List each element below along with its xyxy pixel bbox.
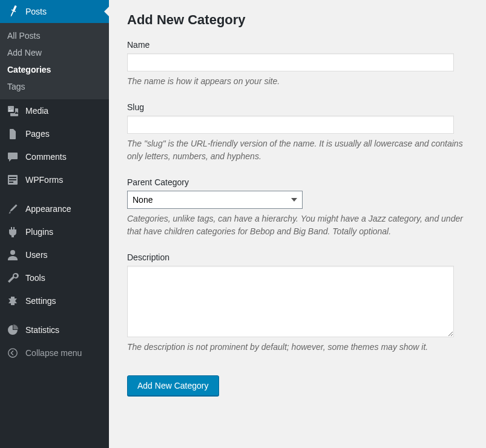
sidebar-item-label: Media <box>25 106 48 116</box>
settings-icon <box>6 294 19 308</box>
main-content: Add New Category Name The name is how it… <box>109 0 486 448</box>
description-textarea[interactable] <box>127 266 454 337</box>
appearance-icon <box>6 202 19 216</box>
sidebar-item-label: Tools <box>25 273 45 283</box>
sidebar-item-users[interactable]: Users <box>0 243 109 266</box>
sidebar-item-appearance[interactable]: Appearance <box>0 197 109 220</box>
field-description: Description The description is not promi… <box>127 252 468 354</box>
sidebar-item-label: Posts <box>25 7 47 16</box>
users-icon <box>6 248 19 262</box>
pages-icon <box>6 127 19 140</box>
tools-icon <box>6 271 19 285</box>
sidebar-item-label: Settings <box>25 296 56 306</box>
wpforms-icon <box>6 173 19 186</box>
svg-point-0 <box>9 108 10 109</box>
sidebar-item-posts[interactable]: Posts <box>0 0 109 23</box>
description-help-text: The description is not prominent by defa… <box>127 341 466 354</box>
statistics-icon <box>6 323 19 337</box>
field-name: Name The name is how it appears on your … <box>127 40 468 88</box>
field-slug: Slug The "slug" is the URL-friendly vers… <box>127 102 468 163</box>
slug-input[interactable] <box>127 116 454 134</box>
pushpin-icon <box>6 5 19 18</box>
sidebar-item-label: Collapse menu <box>25 348 82 358</box>
name-input[interactable] <box>127 53 454 71</box>
name-help-text: The name is how it appears on your site. <box>127 75 466 88</box>
svg-point-2 <box>8 349 17 357</box>
sidebar-item-label: Users <box>25 250 48 260</box>
comments-icon <box>6 150 19 163</box>
page-title: Add New Category <box>127 12 468 28</box>
sidebar-item-label: Plugins <box>25 227 53 237</box>
sidebar-item-label: Pages <box>25 129 50 139</box>
field-parent-category: Parent Category None Categories, unlike … <box>127 177 468 238</box>
media-icon <box>6 104 19 117</box>
submenu-tags[interactable]: Tags <box>0 78 109 95</box>
posts-submenu: All Posts Add New Categories Tags <box>0 23 109 99</box>
parent-help-text: Categories, unlike tags, can have a hier… <box>127 212 466 238</box>
sidebar-item-comments[interactable]: Comments <box>0 145 109 168</box>
sidebar-item-wpforms[interactable]: WPForms <box>0 168 109 191</box>
submenu-add-new[interactable]: Add New <box>0 44 109 61</box>
sidebar-item-statistics[interactable]: Statistics <box>0 318 109 341</box>
sidebar-item-pages[interactable]: Pages <box>0 122 109 145</box>
sidebar-item-label: WPForms <box>25 175 63 185</box>
submenu-all-posts[interactable]: All Posts <box>0 27 109 44</box>
parent-category-select[interactable]: None <box>127 191 303 209</box>
sidebar-item-media[interactable]: Media <box>0 99 109 122</box>
name-label: Name <box>127 40 468 50</box>
sidebar-item-label: Statistics <box>25 325 59 335</box>
sidebar-collapse[interactable]: Collapse menu <box>0 341 109 364</box>
sidebar-item-tools[interactable]: Tools <box>0 266 109 289</box>
description-label: Description <box>127 252 468 262</box>
admin-sidebar: Posts All Posts Add New Categories Tags … <box>0 0 109 448</box>
add-new-category-button[interactable]: Add New Category <box>127 375 219 396</box>
svg-point-1 <box>10 250 15 255</box>
parent-label: Parent Category <box>127 177 468 187</box>
sidebar-item-plugins[interactable]: Plugins <box>0 220 109 243</box>
sidebar-item-settings[interactable]: Settings <box>0 289 109 312</box>
sidebar-item-label: Comments <box>25 152 67 162</box>
slug-label: Slug <box>127 102 468 112</box>
collapse-icon <box>6 346 19 360</box>
plugins-icon <box>6 225 19 239</box>
sidebar-item-label: Appearance <box>25 204 71 214</box>
slug-help-text: The "slug" is the URL-friendly version o… <box>127 137 466 163</box>
submenu-categories[interactable]: Categories <box>0 61 109 78</box>
